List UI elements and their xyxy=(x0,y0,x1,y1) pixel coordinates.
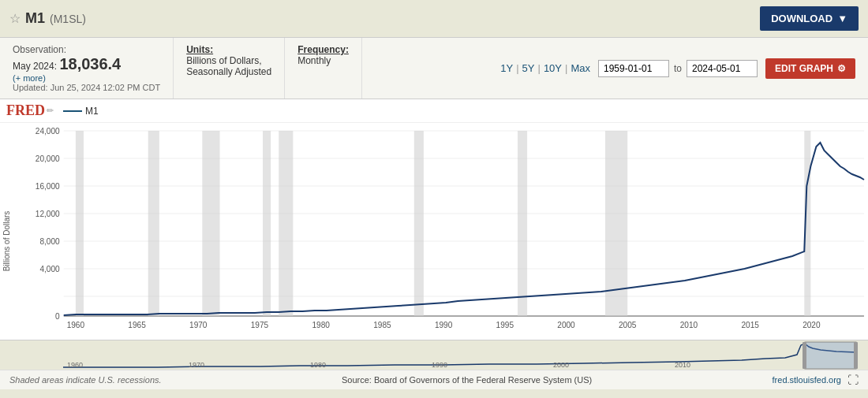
svg-text:1995: 1995 xyxy=(496,321,514,329)
units-value2: Seasonally Adjusted xyxy=(186,66,271,77)
svg-rect-42 xyxy=(854,342,858,369)
time-link-1y[interactable]: 1Y xyxy=(500,62,513,74)
svg-text:2020: 2020 xyxy=(803,321,821,329)
download-button[interactable]: DOWNLOAD ▼ xyxy=(760,6,859,31)
chart-container: FRED ✏ M1 Billions of Dollars 24,000 20,… xyxy=(0,99,868,370)
footer: Shaded areas indicate U.S. recessions. S… xyxy=(0,370,868,389)
svg-rect-22 xyxy=(414,131,424,316)
svg-text:4,000: 4,000 xyxy=(39,265,60,273)
mini-nav-svg: 1960 1970 1980 1990 2000 2010 xyxy=(0,340,860,370)
svg-text:20,000: 20,000 xyxy=(36,154,60,163)
svg-text:1970: 1970 xyxy=(189,361,204,369)
main-chart-svg: Billions of Dollars 24,000 20,000 16,000… xyxy=(0,123,868,340)
units-section: Units: Billions of Dollars, Seasonally A… xyxy=(174,38,285,99)
pencil-icon: ✏ xyxy=(47,106,54,116)
svg-text:0: 0 xyxy=(55,312,60,321)
svg-text:1990: 1990 xyxy=(435,321,453,329)
svg-text:1960: 1960 xyxy=(67,321,85,329)
chart-legend: M1 xyxy=(63,106,99,117)
svg-text:1990: 1990 xyxy=(432,361,447,369)
app-header: ☆ M1 (M1SL) DOWNLOAD ▼ xyxy=(0,0,868,38)
svg-rect-21 xyxy=(279,131,293,316)
observation-value: 18,036.4 xyxy=(59,55,121,73)
updated-text: Updated: Jun 25, 2024 12:02 PM CDT xyxy=(13,83,160,92)
time-link-10y[interactable]: 10Y xyxy=(544,62,562,74)
svg-rect-17 xyxy=(76,131,84,316)
header-left: ☆ M1 (M1SL) xyxy=(9,10,86,27)
svg-text:8,000: 8,000 xyxy=(39,237,60,246)
controls-section: 1Y | 5Y | 10Y | Max to EDIT GRAPH ⚙ xyxy=(362,38,868,99)
fred-logo: FRED xyxy=(6,102,45,119)
svg-text:1980: 1980 xyxy=(312,321,330,329)
more-link[interactable]: (+ more) xyxy=(13,73,160,83)
gear-icon: ⚙ xyxy=(837,63,846,74)
observation-section: Observation: May 2024: 18,036.4 (+ more)… xyxy=(0,38,174,99)
svg-text:12,000: 12,000 xyxy=(36,210,60,218)
page-title: M1 xyxy=(25,10,45,27)
svg-text:1985: 1985 xyxy=(373,321,391,329)
svg-text:2015: 2015 xyxy=(741,321,759,329)
page-subtitle: (M1SL) xyxy=(50,13,86,25)
time-range-links: 1Y | 5Y | 10Y | Max xyxy=(500,62,590,74)
to-label: to xyxy=(674,63,682,74)
mini-navigator[interactable]: 1960 1970 1980 1990 2000 2010 xyxy=(0,340,868,370)
time-link-5y[interactable]: 5Y xyxy=(522,62,535,74)
observation-label: Observation: xyxy=(13,44,160,55)
svg-rect-0 xyxy=(0,123,868,340)
download-icon: ▼ xyxy=(837,13,847,24)
frequency-label: Frequency: xyxy=(297,44,349,55)
units-value1: Billions of Dollars, xyxy=(186,55,271,66)
start-date-input[interactable] xyxy=(598,60,669,77)
chart-wrapper: Billions of Dollars 24,000 20,000 16,000… xyxy=(0,123,868,340)
observation-date: May 2024: xyxy=(13,61,57,72)
svg-text:2010: 2010 xyxy=(680,321,698,329)
svg-rect-40 xyxy=(805,342,856,369)
svg-text:1970: 1970 xyxy=(189,321,208,329)
frequency-value: Monthly xyxy=(297,55,349,66)
source-text: Source: Board of Governors of the Federa… xyxy=(342,375,592,385)
svg-text:1975: 1975 xyxy=(251,321,269,329)
svg-text:16,000: 16,000 xyxy=(36,182,60,191)
svg-text:2000: 2000 xyxy=(557,321,575,329)
fullscreen-icon[interactable]: ⛶ xyxy=(847,374,859,386)
legend-line xyxy=(63,110,82,112)
end-date-input[interactable] xyxy=(687,60,758,77)
svg-rect-19 xyxy=(202,131,219,316)
observation-date-value: May 2024: 18,036.4 xyxy=(13,55,160,73)
shaded-note: Shaded areas indicate U.S. recessions. xyxy=(9,375,162,385)
svg-text:24,000: 24,000 xyxy=(36,127,60,136)
svg-text:2005: 2005 xyxy=(619,321,637,329)
svg-text:1965: 1965 xyxy=(128,321,146,329)
legend-label: M1 xyxy=(85,106,99,117)
website-link[interactable]: fred.stlouisfed.org xyxy=(773,375,841,385)
svg-text:Billions of Dollars: Billions of Dollars xyxy=(2,211,11,272)
units-label: Units: xyxy=(186,44,271,55)
svg-rect-41 xyxy=(803,342,806,369)
svg-rect-18 xyxy=(148,131,159,316)
frequency-section: Frequency: Monthly xyxy=(285,38,362,99)
star-icon[interactable]: ☆ xyxy=(9,11,21,26)
time-link-max[interactable]: Max xyxy=(571,62,590,74)
date-range-controls: to xyxy=(598,60,758,77)
svg-text:2010: 2010 xyxy=(675,361,690,369)
svg-text:1960: 1960 xyxy=(67,361,83,369)
svg-rect-23 xyxy=(518,131,527,316)
edit-graph-button[interactable]: EDIT GRAPH ⚙ xyxy=(765,58,855,79)
chart-header: FRED ✏ M1 xyxy=(0,99,868,123)
svg-rect-20 xyxy=(263,131,271,316)
info-bar: Observation: May 2024: 18,036.4 (+ more)… xyxy=(0,38,868,99)
svg-text:2000: 2000 xyxy=(553,361,569,369)
svg-text:1980: 1980 xyxy=(310,361,326,369)
